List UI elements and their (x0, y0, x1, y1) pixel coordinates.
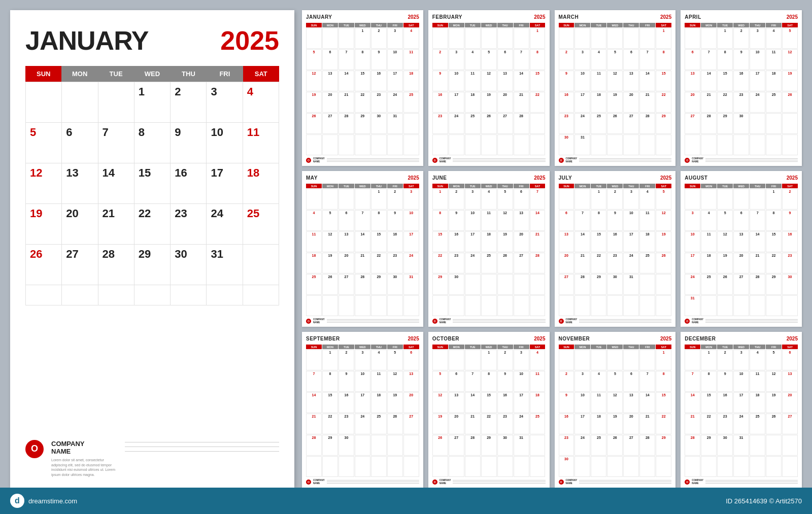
small-day-cell: 29 (371, 274, 387, 295)
small-day-cell: 18 (403, 71, 419, 91)
small-day-cell: 6 (514, 189, 529, 210)
small-day-cell: 6 (623, 371, 639, 392)
small-day-hdr: SUN (306, 345, 322, 349)
small-day-cell: 29 (656, 113, 671, 134)
small-cal-header: AUGUST2025 (685, 175, 798, 182)
company-line-2 (125, 447, 279, 447)
small-day-cell: 21 (750, 253, 765, 273)
large-month-name: JANUARY (25, 25, 148, 56)
small-day-hdr: MON (574, 23, 590, 27)
small-day-cell (387, 456, 403, 477)
large-day-cell: 28 (98, 245, 134, 285)
small-day-cell: 19 (497, 231, 513, 252)
small-day-cell: 13 (685, 71, 700, 91)
small-cal-footer: OCOMPANYNAME (432, 318, 546, 324)
small-day-cell: 31 (514, 435, 529, 456)
small-day-cell (639, 28, 655, 49)
small-day-cell: 10 (449, 71, 464, 91)
small-day-cell (371, 435, 387, 456)
small-day-hdr: SAT (656, 184, 671, 188)
small-day-cell: 29 (355, 113, 370, 134)
small-day-cell: 14 (339, 71, 354, 91)
small-day-cell: 24 (449, 113, 464, 134)
large-day-cell: 29 (134, 245, 171, 285)
small-day-cell (481, 134, 497, 155)
small-day-cell (322, 28, 338, 49)
small-day-cell (306, 28, 322, 49)
large-day-cell: 5 (26, 123, 62, 163)
small-day-cell: 9 (432, 71, 448, 91)
small-day-cell: 20 (559, 253, 574, 273)
small-day-cell (497, 134, 513, 155)
small-day-cell (607, 456, 623, 477)
small-day-cell: 5 (766, 350, 782, 370)
small-company-name: COMPANYNAME (692, 318, 703, 324)
small-day-hdr: MON (449, 345, 464, 349)
small-day-cell: 14 (355, 231, 370, 252)
small-day-cell: 14 (514, 71, 529, 91)
small-company-line (327, 160, 419, 160)
large-day-cell: 15 (134, 163, 171, 204)
small-day-cell: 8 (355, 49, 370, 70)
small-company-name: COMPANYNAME (566, 318, 578, 324)
small-day-cell: 11 (306, 231, 322, 252)
small-day-cell: 7 (574, 210, 590, 231)
large-day-cell (62, 285, 98, 305)
small-day-cell: 9 (733, 49, 749, 70)
small-day-hdr: TUE (339, 23, 354, 27)
small-day-headers: SUNMONTUEWEDTHUFRISAT (306, 23, 419, 27)
small-day-cell: 4 (701, 210, 717, 231)
small-day-cell: 27 (685, 113, 700, 134)
small-company-line (705, 160, 798, 160)
small-day-hdr: WED (481, 184, 497, 188)
small-day-cell: 15 (766, 231, 782, 252)
large-day-cell: 18 (243, 163, 279, 204)
small-day-cell: 13 (449, 392, 464, 413)
small-day-hdr: TUE (591, 184, 606, 188)
large-day-cell: 23 (171, 204, 207, 245)
small-day-headers: SUNMONTUEWEDTHUFRISAT (685, 184, 798, 188)
small-day-cell (591, 28, 606, 49)
small-day-cell: 16 (371, 71, 387, 91)
small-day-cell: 11 (591, 71, 606, 91)
small-cal-days: 1234567891011121314151617181920212223242… (306, 28, 419, 155)
small-day-cell (306, 189, 322, 210)
small-company-line (579, 161, 671, 162)
small-day-cell (574, 28, 590, 49)
small-day-cell (371, 134, 387, 155)
small-cal-header: APRIL2025 (685, 14, 798, 21)
small-day-cell: 22 (656, 414, 671, 434)
small-company-name: COMPANYNAME (439, 157, 451, 163)
small-day-cell (701, 189, 717, 210)
small-day-cell (355, 134, 370, 155)
small-day-hdr: SAT (656, 23, 671, 27)
small-day-cell (623, 350, 639, 370)
small-day-cell: 6 (559, 210, 574, 231)
small-cal-footer: OCOMPANYNAME (306, 318, 419, 324)
small-company-line (705, 161, 798, 162)
small-day-hdr: WED (355, 345, 370, 349)
small-day-cell: 19 (481, 92, 497, 113)
small-day-hdr: FRI (387, 345, 403, 349)
small-day-hdr: SAT (530, 345, 546, 349)
large-day-cell: 10 (207, 123, 243, 163)
small-day-cell: 17 (387, 71, 403, 91)
small-day-cell: 24 (355, 414, 370, 434)
large-day-cell: 7 (98, 123, 134, 163)
small-day-cell: 3 (574, 371, 590, 392)
small-day-cell: 18 (766, 71, 782, 91)
small-day-cell (750, 113, 765, 134)
small-cal-header: MARCH2025 (559, 14, 672, 21)
small-day-hdr: MON (322, 345, 338, 349)
small-day-hdr: WED (355, 23, 370, 27)
small-day-cell (574, 189, 590, 210)
small-day-cell: 27 (403, 414, 419, 434)
small-cal-header: JANUARY2025 (306, 14, 419, 21)
large-day-cell (62, 82, 98, 123)
small-day-cell (701, 134, 717, 155)
large-day-cell (98, 285, 134, 305)
small-company-line (579, 160, 671, 160)
small-day-cell: 25 (766, 92, 782, 113)
small-day-cell: 13 (733, 231, 749, 252)
small-day-cell: 22 (322, 414, 338, 434)
